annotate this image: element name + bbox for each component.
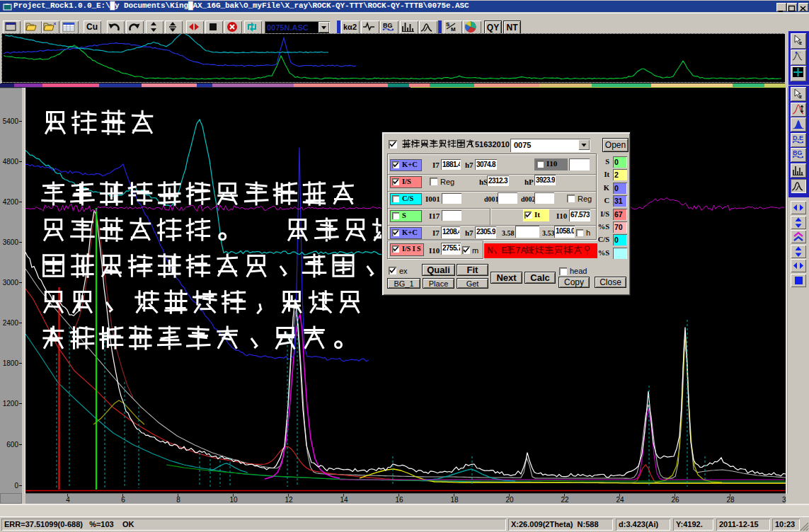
svg-text:D.E: D.E bbox=[793, 134, 803, 141]
svg-text:kα2: kα2 bbox=[343, 23, 357, 31]
svg-text:z: z bbox=[799, 40, 802, 46]
svg-text:BG: BG bbox=[793, 149, 803, 156]
svg-text:M: M bbox=[451, 26, 456, 33]
svg-text:E: E bbox=[501, 245, 507, 255]
svg-text:51632010: 51632010 bbox=[475, 140, 510, 149]
svg-text:BG: BG bbox=[383, 22, 393, 29]
svg-text:N: N bbox=[487, 245, 493, 255]
svg-text:7A: 7A bbox=[516, 245, 527, 255]
svg-text:z: z bbox=[799, 93, 802, 100]
